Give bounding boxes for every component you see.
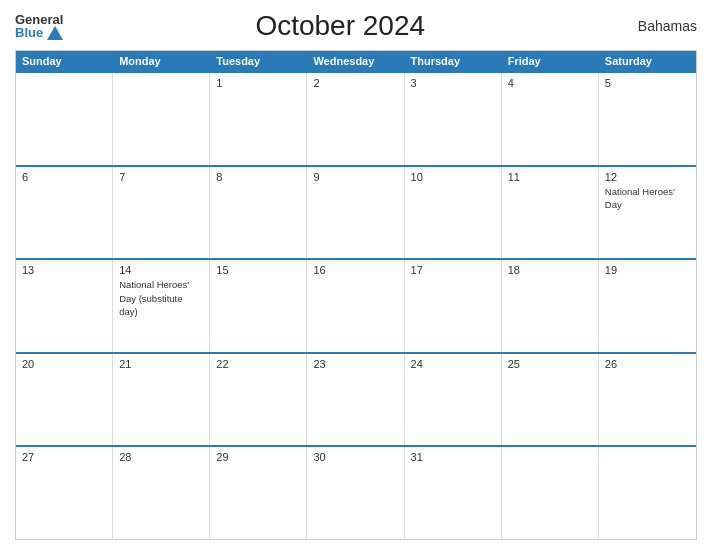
logo: General Blue bbox=[15, 13, 63, 40]
week-row-4: 20 21 22 23 24 25 26 bbox=[16, 352, 696, 446]
logo-blue-text: Blue bbox=[15, 26, 43, 39]
week-row-1: . . 1 2 3 4 5 bbox=[16, 71, 696, 165]
day-cell: 13 bbox=[16, 260, 113, 352]
day-cell: 27 bbox=[16, 447, 113, 539]
day-cell: 18 bbox=[502, 260, 599, 352]
day-cell: 6 bbox=[16, 167, 113, 259]
day-cell: 1 bbox=[210, 73, 307, 165]
day-cell: 20 bbox=[16, 354, 113, 446]
week-row-2: 6 7 8 9 10 11 12 National Heroes' Day bbox=[16, 165, 696, 259]
day-cell: 4 bbox=[502, 73, 599, 165]
calendar-header: General Blue October 2024 Bahamas bbox=[15, 10, 697, 42]
day-cell: 2 bbox=[307, 73, 404, 165]
day-cell-oct14: 14 National Heroes' Day (substitute day) bbox=[113, 260, 210, 352]
country-label: Bahamas bbox=[617, 18, 697, 34]
day-cell: 21 bbox=[113, 354, 210, 446]
day-cell: . bbox=[113, 73, 210, 165]
day-cell: 19 bbox=[599, 260, 696, 352]
day-cell: 29 bbox=[210, 447, 307, 539]
logo-general-text: General bbox=[15, 13, 63, 26]
week-row-5: 27 28 29 30 31 . . bbox=[16, 445, 696, 539]
header-saturday: Saturday bbox=[599, 51, 696, 71]
day-cell: 28 bbox=[113, 447, 210, 539]
header-sunday: Sunday bbox=[16, 51, 113, 71]
day-cell: 17 bbox=[405, 260, 502, 352]
month-title: October 2024 bbox=[63, 10, 617, 42]
calendar-body: . . 1 2 3 4 5 6 7 8 9 10 11 12 National … bbox=[16, 71, 696, 539]
header-friday: Friday bbox=[502, 51, 599, 71]
day-cell: 30 bbox=[307, 447, 404, 539]
logo-triangle-icon bbox=[47, 26, 63, 40]
day-cell: . bbox=[502, 447, 599, 539]
day-cell: 9 bbox=[307, 167, 404, 259]
header-wednesday: Wednesday bbox=[307, 51, 404, 71]
calendar-grid: Sunday Monday Tuesday Wednesday Thursday… bbox=[15, 50, 697, 540]
day-cell: 16 bbox=[307, 260, 404, 352]
day-cell-oct12: 12 National Heroes' Day bbox=[599, 167, 696, 259]
week-row-3: 13 14 National Heroes' Day (substitute d… bbox=[16, 258, 696, 352]
day-cell: 8 bbox=[210, 167, 307, 259]
day-cell: 25 bbox=[502, 354, 599, 446]
day-cell: 22 bbox=[210, 354, 307, 446]
day-cell: 5 bbox=[599, 73, 696, 165]
calendar-page: General Blue October 2024 Bahamas Sunday… bbox=[0, 0, 712, 550]
day-cell: 24 bbox=[405, 354, 502, 446]
day-cell: 7 bbox=[113, 167, 210, 259]
day-cell: . bbox=[599, 447, 696, 539]
day-headers-row: Sunday Monday Tuesday Wednesday Thursday… bbox=[16, 51, 696, 71]
header-tuesday: Tuesday bbox=[210, 51, 307, 71]
header-monday: Monday bbox=[113, 51, 210, 71]
day-cell: 31 bbox=[405, 447, 502, 539]
day-cell: 10 bbox=[405, 167, 502, 259]
day-cell: 11 bbox=[502, 167, 599, 259]
header-thursday: Thursday bbox=[405, 51, 502, 71]
day-cell: 26 bbox=[599, 354, 696, 446]
day-cell: 15 bbox=[210, 260, 307, 352]
day-cell: 23 bbox=[307, 354, 404, 446]
day-cell: 3 bbox=[405, 73, 502, 165]
day-cell: . bbox=[16, 73, 113, 165]
